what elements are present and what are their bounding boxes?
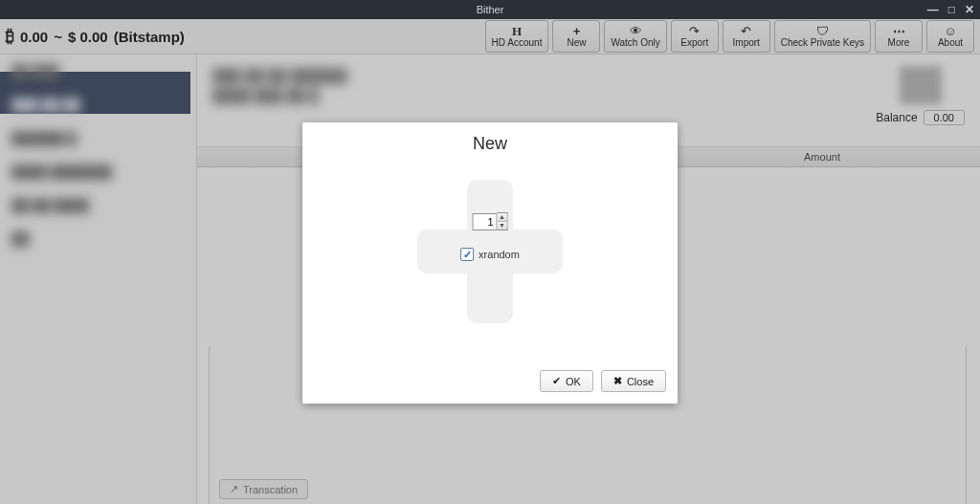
window-controls: — □ ✕ <box>927 0 974 19</box>
close-window-icon[interactable]: ✕ <box>965 0 974 19</box>
dialog-title: New <box>302 122 678 162</box>
check-icon: ✔ <box>552 375 561 387</box>
close-button[interactable]: ✖ Close <box>601 370 666 392</box>
close-icon: ✖ <box>613 375 622 387</box>
xrandom-label: xrandom <box>479 249 520 260</box>
dialog-buttons: ✔ OK ✖ Close <box>540 370 666 392</box>
count-input[interactable] <box>473 213 498 230</box>
ok-label: OK <box>566 376 581 387</box>
count-spinner[interactable]: ▲ ▼ <box>473 212 508 230</box>
ok-button[interactable]: ✔ OK <box>540 370 593 392</box>
spinner-up-icon[interactable]: ▲ <box>498 213 507 222</box>
close-label: Close <box>627 376 654 387</box>
maximize-icon[interactable]: □ <box>948 0 955 19</box>
spinner-buttons: ▲ ▼ <box>498 212 508 230</box>
xrandom-option[interactable]: ✓ xrandom <box>460 248 520 261</box>
spinner-down-icon[interactable]: ▼ <box>498 222 507 230</box>
window-title: Bither <box>477 4 504 15</box>
checkbox-checked-icon[interactable]: ✓ <box>460 248 474 261</box>
new-dialog: New ▲ ▼ ✓ xrandom ✔ OK ✖ Close <box>302 122 678 404</box>
window-titlebar: Bither — □ ✕ <box>0 0 980 19</box>
minimize-icon[interactable]: — <box>927 0 939 19</box>
